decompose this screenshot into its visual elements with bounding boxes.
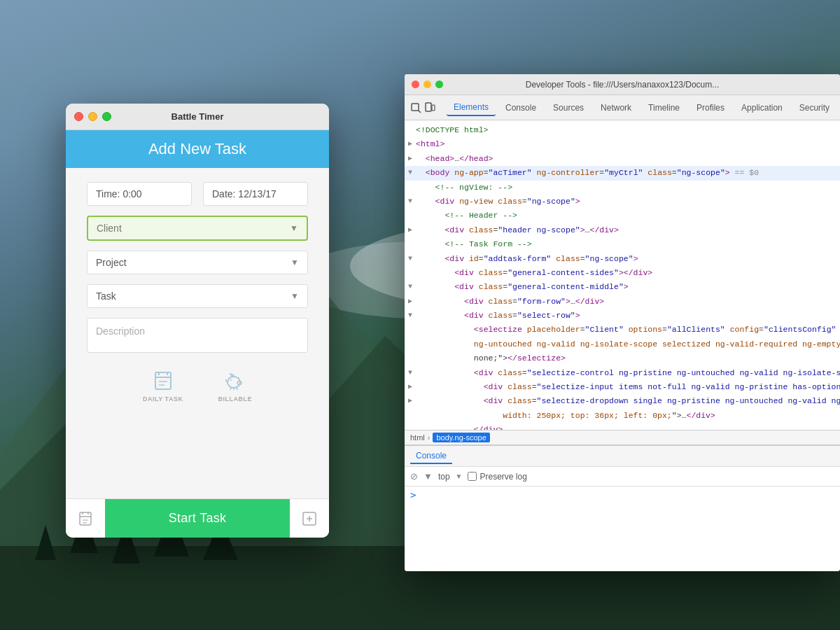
time-value: 0:00 [122,188,141,200]
code-line-highlighted: ▼ <body ng-app="acTimer" ng-controller="… [405,166,840,180]
code-line: ▶ <div class="selectize-dropdown single … [405,394,840,408]
breadcrumb: html › body.ng-scope [405,430,840,445]
tab-console[interactable]: Console [498,100,543,115]
tab-application[interactable]: Application [734,100,790,115]
code-line: <!DOCTYPE html> [405,123,840,137]
breadcrumb-html[interactable]: html [410,433,425,442]
time-field[interactable]: Time: 0:00 [87,182,192,206]
task-arrow-icon: ▼ [290,291,299,301]
traffic-lights [74,112,111,121]
task-dropdown[interactable]: Task ▼ [87,284,308,308]
date-value: 12/13/17 [238,188,276,200]
console-prompt[interactable]: > [410,489,416,500]
task-list-icon [77,510,94,527]
filter-top-label[interactable]: top [438,472,450,482]
svg-line-29 [237,387,237,390]
daily-task-label: DAILY TASK [143,396,183,402]
preserve-log-label: Preserve log [479,472,526,482]
window-title: Battle Timer [172,111,224,122]
date-field[interactable]: Date: 12/13/17 [203,182,308,206]
code-line: ▼ <div class="general-content-middle"> [405,280,840,294]
code-line: ▼ <div class="selectize-control ng-prist… [405,366,840,380]
code-line: ▶ <head>…</head> [405,152,840,166]
svg-line-40 [419,111,421,113]
daily-task-icon-item[interactable]: DAILY TASK [143,370,183,402]
code-line: <!-- Header --> [405,209,840,223]
code-line: ▼ <div id="addtask-form" class="ng-scope… [405,252,840,266]
svg-rect-17 [155,372,171,389]
svg-point-23 [227,377,240,388]
app-header: Add New Task [66,130,329,168]
project-placeholder: Project [96,257,127,268]
add-icon [301,510,318,527]
devtools-maximize[interactable] [435,80,443,88]
svg-point-24 [230,379,232,381]
billable-icon-item[interactable]: BILLABLE [218,370,252,402]
description-placeholder: Description [96,326,145,337]
close-button[interactable] [74,112,83,121]
title-bar: Battle Timer [66,104,329,130]
console-panel: Console ⊘ ▼ top ▼ Preserve log > [405,445,840,571]
billable-label: BILLABLE [218,396,252,402]
start-task-button[interactable]: Start Task [105,499,290,538]
task-placeholder: Task [96,290,116,302]
devtools-titlebar: Developer Tools - file:///Users/nanaxox1… [405,74,840,95]
description-field[interactable]: Description [87,318,308,353]
code-line: ng-untouched ng-valid ng-isolate-scope s… [405,337,840,351]
tab-security[interactable]: Security [792,100,836,115]
code-panel[interactable]: <!DOCTYPE html> ▶ <html> ▶ <head>…</head… [405,120,840,430]
filter-chevron-icon[interactable]: ▼ [456,472,463,480]
code-line: <div class="general-content-sides"></div… [405,266,840,280]
console-tab[interactable]: Console [410,449,452,464]
tab-elements[interactable]: Elements [447,99,496,116]
console-content[interactable]: > [405,486,840,571]
time-date-row: Time: 0:00 Date: 12/13/17 [87,182,308,206]
code-line: <!-- Task Form --> [405,237,840,251]
time-label: Time: [96,188,120,200]
preserve-log-check[interactable] [468,472,477,481]
icons-row: DAILY TASK [87,363,308,410]
devtools-close[interactable] [412,80,419,88]
console-filter-bar: ⊘ ▼ top ▼ Preserve log [405,467,840,486]
breadcrumb-body[interactable]: body.ng-scope [433,433,489,442]
code-line: ▶ <html> [405,137,840,151]
project-dropdown[interactable]: Project ▼ [87,251,308,274]
tab-sources[interactable]: Sources [546,100,591,115]
device-icon[interactable] [424,99,435,116]
tab-timeline[interactable]: Timeline [641,100,687,115]
tab-network[interactable]: Network [594,100,638,115]
svg-line-27 [230,387,231,390]
app-window: Battle Timer Add New Task Time: 0:00 Dat… [66,104,329,538]
inspect-icon[interactable] [410,99,421,116]
code-line: ▶ <div class="form-row">…</div> [405,295,840,309]
billable-icon [224,370,246,392]
console-toolbar: Console [405,446,840,467]
project-arrow-icon: ▼ [290,258,299,267]
devtools-window: Developer Tools - file:///Users/nanaxox1… [405,74,840,571]
code-line: </div> [405,423,840,430]
tab-profiles[interactable]: Profiles [690,100,732,115]
filter-icon[interactable]: ▼ [424,471,433,482]
code-line: none;"></selectize> [405,351,840,365]
code-line: <!-- ngView: --> [405,181,840,195]
code-line: ▶ <div class="header ng-scope">…</div> [405,223,840,237]
svg-rect-39 [412,104,419,111]
code-line: width: 250px; top: 36px; left: 0px;">…</… [405,409,840,423]
devtools-minimize[interactable] [424,80,431,88]
clear-console-icon[interactable]: ⊘ [410,471,418,482]
app-content: Time: 0:00 Date: 12/13/17 Client ▼ Proje… [66,168,329,498]
daily-task-icon [152,370,174,392]
code-line: <selectize placeholder="Client" options=… [405,323,840,337]
app-bottom-bar: Start Task [66,498,329,538]
preserve-log-checkbox[interactable]: Preserve log [468,472,526,482]
code-line: ▼ <div class="select-row"> [405,309,840,323]
client-dropdown[interactable]: Client ▼ [87,216,308,241]
client-arrow-icon: ▼ [290,223,298,233]
date-label: Date: [212,188,235,200]
code-line: ▼ <div ng-view class="ng-scope"> [405,195,840,209]
minimize-button[interactable] [88,112,97,121]
task-list-button[interactable] [66,510,105,527]
maximize-button[interactable] [102,112,111,121]
svg-rect-41 [426,103,431,111]
add-task-button[interactable] [290,510,329,527]
